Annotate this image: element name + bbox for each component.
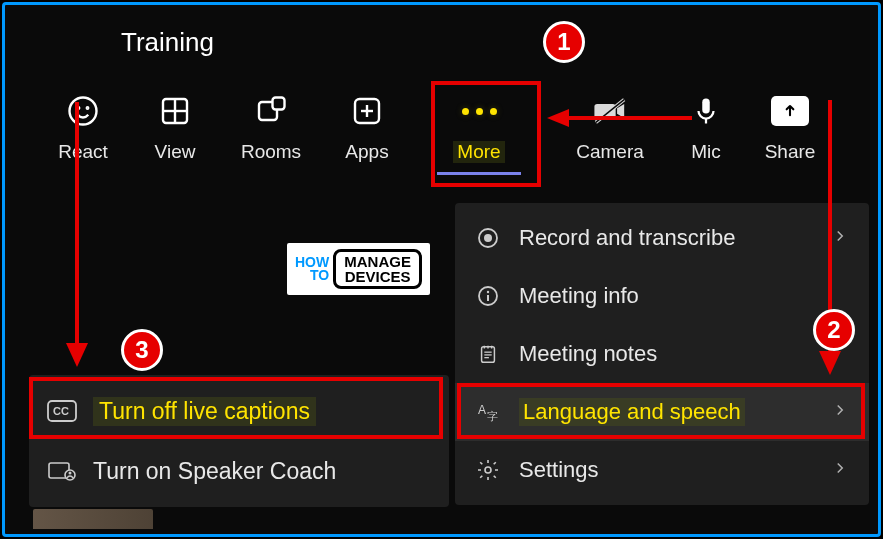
svg-text:字: 字 — [487, 410, 498, 422]
camera-label: Camera — [576, 141, 644, 163]
speaker-coach-label: Turn on Speaker Coach — [93, 458, 336, 485]
chevron-right-icon — [831, 227, 849, 249]
ellipsis-icon — [462, 91, 497, 131]
captions-label: Turn off live captions — [93, 397, 316, 426]
info-label: Meeting info — [519, 283, 849, 309]
record-label: Record and transcribe — [519, 225, 813, 251]
chevron-right-icon — [831, 459, 849, 481]
svg-text:CC: CC — [53, 405, 69, 417]
svg-point-34 — [69, 472, 72, 475]
svg-marker-40 — [66, 343, 88, 367]
speaker-coach-icon — [47, 458, 77, 484]
svg-point-29 — [485, 467, 491, 473]
svg-rect-7 — [273, 98, 285, 110]
settings-label: Settings — [519, 457, 813, 483]
react-button[interactable]: React — [37, 85, 129, 169]
language-label: Language and speech — [519, 398, 745, 426]
settings-item[interactable]: Settings — [455, 441, 869, 499]
gear-icon — [475, 457, 501, 483]
rooms-button[interactable]: Rooms — [221, 85, 321, 169]
notes-label: Meeting notes — [519, 341, 849, 367]
rooms-icon — [253, 91, 289, 131]
svg-point-2 — [87, 107, 89, 109]
record-transcribe-item[interactable]: Record and transcribe — [455, 209, 869, 267]
share-icon — [771, 91, 809, 131]
react-label: React — [58, 141, 108, 163]
language-speech-item[interactable]: A字 Language and speech — [455, 383, 869, 441]
mic-icon — [691, 91, 721, 131]
mic-label: Mic — [691, 141, 721, 163]
apps-plus-icon — [349, 91, 385, 131]
camera-button[interactable]: Camera — [553, 85, 667, 169]
toggle-live-captions-item[interactable]: CC Turn off live captions — [29, 381, 449, 441]
meeting-info-item[interactable]: Meeting info — [455, 267, 869, 325]
language-submenu: CC Turn off live captions Turn on Speake… — [29, 375, 449, 507]
share-button[interactable]: Share — [745, 85, 835, 169]
meeting-toolbar: React View Rooms Apps More — [37, 85, 858, 169]
smiley-icon — [65, 91, 101, 131]
language-icon: A字 — [475, 399, 501, 425]
svg-point-18 — [487, 291, 489, 293]
grid-icon — [157, 91, 193, 131]
cc-icon: CC — [47, 398, 77, 424]
watermark-devices: DEVICES — [344, 269, 411, 284]
svg-point-16 — [484, 234, 492, 242]
meeting-title: Training — [121, 27, 214, 58]
more-dropdown: Record and transcribe Meeting info Meeti… — [455, 203, 869, 505]
watermark-logo: HOW TO MANAGE DEVICES — [287, 243, 430, 295]
speaker-coach-item[interactable]: Turn on Speaker Coach — [29, 441, 449, 501]
notes-icon — [475, 341, 501, 367]
chevron-right-icon — [831, 401, 849, 423]
step-badge-2: 2 — [813, 309, 855, 351]
svg-point-0 — [70, 98, 97, 125]
watermark-to: TO — [295, 269, 329, 282]
apps-button[interactable]: Apps — [321, 85, 413, 169]
more-button[interactable]: More — [429, 85, 529, 169]
info-icon — [475, 283, 501, 309]
svg-point-1 — [78, 107, 80, 109]
participant-video-tile — [33, 509, 153, 529]
share-label: Share — [765, 141, 816, 163]
more-label: More — [453, 141, 504, 163]
camera-off-icon — [590, 91, 630, 131]
app-frame: Training React View Rooms Apps — [2, 2, 881, 537]
view-label: View — [155, 141, 196, 163]
mic-button[interactable]: Mic — [667, 85, 745, 169]
record-icon — [475, 225, 501, 251]
svg-rect-13 — [702, 99, 710, 114]
rooms-label: Rooms — [241, 141, 301, 163]
svg-text:A: A — [478, 403, 486, 417]
step-badge-3: 3 — [121, 329, 163, 371]
meeting-notes-item[interactable]: Meeting notes — [455, 325, 869, 383]
watermark-manage: MANAGE — [344, 254, 411, 269]
view-button[interactable]: View — [129, 85, 221, 169]
apps-label: Apps — [345, 141, 388, 163]
step-badge-1: 1 — [543, 21, 585, 63]
